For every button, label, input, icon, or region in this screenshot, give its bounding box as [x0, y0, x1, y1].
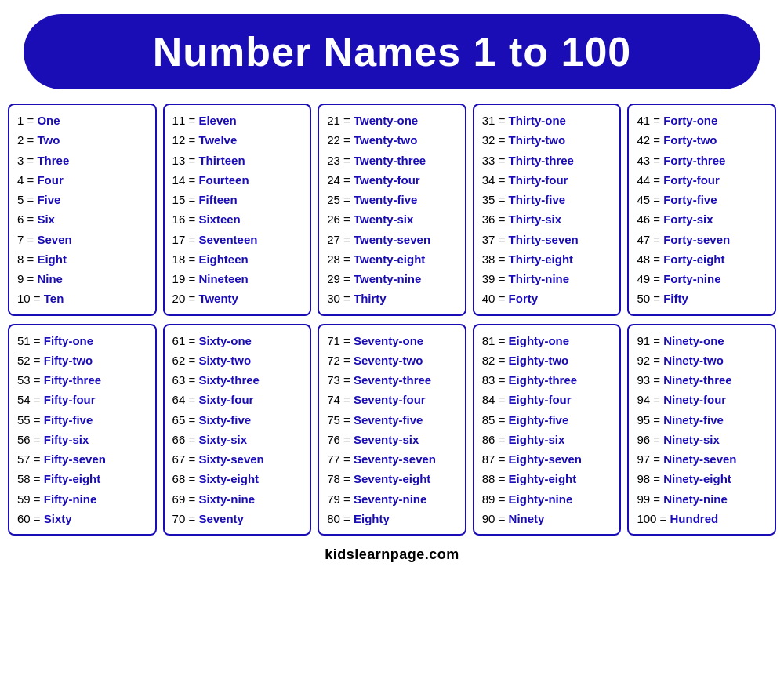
number-item-76: 76 = Seventy-six: [327, 430, 457, 448]
number-item-74: 74 = Seventy-four: [327, 390, 457, 409]
number-item-82: 82 = Eighty-two: [482, 351, 612, 369]
number-item-79: 79 = Seventy-nine: [327, 490, 457, 508]
number-item-92: 92 = Ninety-two: [637, 351, 767, 369]
number-box-9: 81 = Eighty-one82 = Eighty-two83 = Eight…: [473, 324, 622, 536]
number-item-99: 99 = Ninety-nine: [637, 490, 767, 508]
number-item-90: 90 = Ninety: [482, 510, 612, 528]
grid-row-2: 51 = Fifty-one52 = Fifty-two53 = Fifty-t…: [8, 324, 776, 536]
number-item-44: 44 = Forty-four: [637, 171, 767, 189]
number-box-7: 61 = Sixty-one62 = Sixty-two63 = Sixty-t…: [163, 324, 312, 536]
number-item-16: 16 = Sixteen: [172, 210, 303, 228]
number-item-77: 77 = Seventy-seven: [327, 450, 457, 468]
number-item-48: 48 = Forty-eight: [637, 250, 767, 268]
number-item-93: 93 = Ninety-three: [637, 371, 767, 389]
number-item-55: 55 = Fifty-five: [17, 411, 147, 429]
number-item-19: 19 = Nineteen: [172, 270, 303, 288]
number-item-86: 86 = Eighty-six: [482, 430, 612, 448]
number-item-14: 14 = Fourteen: [172, 171, 303, 189]
number-item-31: 31 = Thirty-one: [482, 111, 612, 129]
number-item-52: 52 = Fifty-two: [17, 351, 147, 369]
number-item-81: 81 = Eighty-one: [482, 332, 612, 350]
number-item-15: 15 = Fifteen: [172, 191, 303, 209]
number-item-6: 6 = Six: [17, 210, 147, 228]
number-item-87: 87 = Eighty-seven: [482, 450, 612, 468]
number-item-13: 13 = Thirteen: [172, 151, 303, 169]
number-box-3: 21 = Twenty-one22 = Twenty-two23 = Twent…: [318, 104, 466, 316]
number-item-34: 34 = Thirty-four: [482, 171, 612, 189]
number-item-11: 11 = Eleven: [172, 111, 303, 129]
number-item-27: 27 = Twenty-seven: [327, 231, 457, 249]
number-item-20: 20 = Twenty: [172, 289, 303, 307]
number-item-7: 7 = Seven: [17, 231, 147, 249]
number-item-64: 64 = Sixty-four: [172, 390, 303, 409]
number-item-24: 24 = Twenty-four: [327, 171, 457, 189]
grid-row-1: 1 = One2 = Two3 = Three4 = Four5 = Five6…: [8, 104, 776, 316]
number-item-59: 59 = Fifty-nine: [17, 490, 147, 508]
number-box-10: 91 = Ninety-one92 = Ninety-two93 = Ninet…: [627, 324, 776, 536]
number-item-46: 46 = Forty-six: [637, 210, 767, 228]
number-item-18: 18 = Eighteen: [172, 250, 303, 268]
number-item-25: 25 = Twenty-five: [327, 191, 457, 209]
number-item-66: 66 = Sixty-six: [172, 430, 303, 448]
number-item-47: 47 = Forty-seven: [637, 231, 767, 249]
number-item-95: 95 = Ninety-five: [637, 411, 767, 429]
number-item-78: 78 = Seventy-eight: [327, 470, 457, 488]
number-item-63: 63 = Sixty-three: [172, 371, 303, 389]
number-item-88: 88 = Eighty-eight: [482, 470, 612, 488]
number-item-94: 94 = Ninety-four: [637, 390, 767, 409]
number-item-5: 5 = Five: [17, 191, 147, 209]
number-item-40: 40 = Forty: [482, 289, 612, 307]
number-box-4: 31 = Thirty-one32 = Thirty-two33 = Thirt…: [473, 104, 622, 316]
number-item-33: 33 = Thirty-three: [482, 151, 612, 169]
footer-text: kidslearnpage.com: [325, 547, 459, 563]
number-item-61: 61 = Sixty-one: [172, 332, 303, 350]
number-box-5: 41 = Forty-one42 = Forty-two43 = Forty-t…: [627, 104, 776, 316]
number-item-35: 35 = Thirty-five: [482, 191, 612, 209]
number-item-17: 17 = Seventeen: [172, 231, 303, 249]
number-item-72: 72 = Seventy-two: [327, 351, 457, 369]
number-item-96: 96 = Ninety-six: [637, 430, 767, 448]
number-item-53: 53 = Fifty-three: [17, 371, 147, 389]
number-box-1: 1 = One2 = Two3 = Three4 = Four5 = Five6…: [8, 104, 157, 316]
number-item-91: 91 = Ninety-one: [637, 332, 767, 350]
number-grid: 1 = One2 = Two3 = Three4 = Four5 = Five6…: [8, 104, 776, 536]
number-item-26: 26 = Twenty-six: [327, 210, 457, 228]
number-item-69: 69 = Sixty-nine: [172, 490, 303, 508]
number-box-2: 11 = Eleven12 = Twelve13 = Thirteen14 = …: [163, 104, 312, 316]
number-item-45: 45 = Forty-five: [637, 191, 767, 209]
number-item-29: 29 = Twenty-nine: [327, 270, 457, 288]
number-item-58: 58 = Fifty-eight: [17, 470, 147, 488]
number-item-2: 2 = Two: [17, 131, 147, 149]
number-item-51: 51 = Fifty-one: [17, 332, 147, 350]
number-item-50: 50 = Fifty: [637, 289, 767, 307]
number-item-60: 60 = Sixty: [17, 510, 147, 528]
number-box-8: 71 = Seventy-one72 = Seventy-two73 = Sev…: [318, 324, 466, 536]
number-item-73: 73 = Seventy-three: [327, 371, 457, 389]
number-item-67: 67 = Sixty-seven: [172, 450, 303, 468]
number-item-85: 85 = Eighty-five: [482, 411, 612, 429]
number-box-6: 51 = Fifty-one52 = Fifty-two53 = Fifty-t…: [8, 324, 157, 536]
number-item-80: 80 = Eighty: [327, 510, 457, 528]
number-item-98: 98 = Ninety-eight: [637, 470, 767, 488]
number-item-10: 10 = Ten: [17, 289, 147, 307]
number-item-49: 49 = Forty-nine: [637, 270, 767, 288]
number-item-42: 42 = Forty-two: [637, 131, 767, 149]
number-item-36: 36 = Thirty-six: [482, 210, 612, 228]
number-item-12: 12 = Twelve: [172, 131, 303, 149]
number-item-3: 3 = Three: [17, 151, 147, 169]
number-item-100: 100 = Hundred: [637, 510, 767, 528]
number-item-75: 75 = Seventy-five: [327, 411, 457, 429]
number-item-84: 84 = Eighty-four: [482, 390, 612, 409]
number-item-32: 32 = Thirty-two: [482, 131, 612, 149]
number-item-23: 23 = Twenty-three: [327, 151, 457, 169]
number-item-4: 4 = Four: [17, 171, 147, 189]
number-item-9: 9 = Nine: [17, 270, 147, 288]
number-item-39: 39 = Thirty-nine: [482, 270, 612, 288]
number-item-56: 56 = Fifty-six: [17, 430, 147, 448]
number-item-83: 83 = Eighty-three: [482, 371, 612, 389]
number-item-97: 97 = Ninety-seven: [637, 450, 767, 468]
number-item-43: 43 = Forty-three: [637, 151, 767, 169]
number-item-37: 37 = Thirty-seven: [482, 231, 612, 249]
number-item-41: 41 = Forty-one: [637, 111, 767, 129]
title-banner: Number Names 1 to 100: [24, 14, 760, 89]
